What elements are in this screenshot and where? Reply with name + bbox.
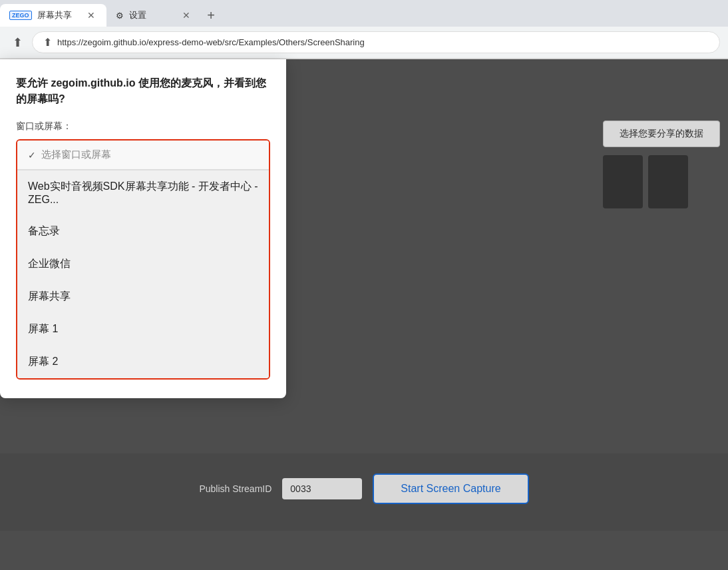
settings-tab[interactable]: ⚙ 设置 ✕ <box>106 4 200 27</box>
dropdown-option-0[interactable]: Web实时音视频SDK屏幕共享功能 - 开发者中心 - ZEG... <box>17 170 269 215</box>
upload-nav-button[interactable]: ⬆ <box>8 33 27 52</box>
dropdown-option-2[interactable]: 企业微信 <box>17 248 269 280</box>
settings-tab-label: 设置 <box>129 9 146 21</box>
dropdown-option-4[interactable]: 屏幕 1 <box>17 313 269 346</box>
zego-favicon: ZEGO <box>9 11 32 20</box>
dropdown-option-1[interactable]: 备忘录 <box>17 215 269 248</box>
dropdown-header[interactable]: ✓ 选择窗口或屏幕 <box>17 141 269 170</box>
page-icon: ⬆ <box>43 36 52 49</box>
dialog-title: 要允许 zegoim.github.io 使用您的麦克风，并看到您的屏幕吗? <box>16 75 270 107</box>
browser-chrome: ZEGO 屏幕共享 ✕ ⚙ 设置 ✕ + ⬆ ⬆ https://zegoim.… <box>0 0 728 59</box>
permission-dialog: 要允许 zegoim.github.io 使用您的麦克风，并看到您的屏幕吗? 窗… <box>0 59 286 398</box>
dropdown-option-5[interactable]: 屏幕 2 <box>17 346 269 378</box>
tab-close-settings[interactable]: ✕ <box>182 10 190 21</box>
tab-bar: ZEGO 屏幕共享 ✕ ⚙ 设置 ✕ + <box>0 0 728 27</box>
new-tab-button[interactable]: + <box>200 4 222 27</box>
address-input-container[interactable]: ⬆ https://zegoim.github.io/express-demo-… <box>32 31 720 53</box>
dropdown-list: Web实时音视频SDK屏幕共享功能 - 开发者中心 - ZEG... 备忘录 企… <box>17 170 269 378</box>
section-label: 窗口或屏幕： <box>16 121 270 133</box>
window-screen-dropdown[interactable]: ✓ 选择窗口或屏幕 Web实时音视频SDK屏幕共享功能 - 开发者中心 - ZE… <box>16 139 270 380</box>
settings-icon: ⚙ <box>116 11 124 21</box>
screen-share-tab[interactable]: ZEGO 屏幕共享 ✕ <box>0 4 106 27</box>
upload-icon: ⬆ <box>13 35 23 50</box>
check-icon: ✓ <box>28 150 36 160</box>
tab-label: 屏幕共享 <box>37 9 72 21</box>
url-text: https://zegoim.github.io/express-demo-we… <box>57 37 365 47</box>
dropdown-option-3[interactable]: 屏幕共享 <box>17 280 269 313</box>
dropdown-placeholder-text: 选择窗口或屏幕 <box>41 148 111 161</box>
page-content: 选择您要分享的数据 Publish StreamID Start Screen … <box>0 59 728 570</box>
address-bar: ⬆ ⬆ https://zegoim.github.io/express-dem… <box>0 27 728 59</box>
tab-close-screen-share[interactable]: ✕ <box>85 9 97 21</box>
